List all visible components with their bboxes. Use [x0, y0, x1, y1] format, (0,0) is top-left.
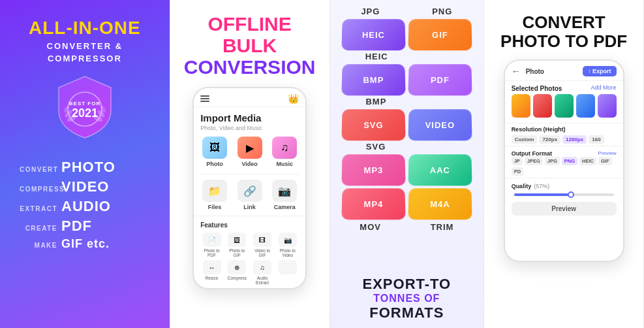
p4-tab-photo[interactable]: Photo [526, 68, 544, 75]
camera-label: Camera [274, 204, 296, 210]
fmt-jp[interactable]: JP [512, 157, 523, 165]
media-icons-row: 🖼 Photo ▶ Video ♫ Music [194, 137, 305, 174]
quality-slider-thumb[interactable] [568, 191, 574, 198]
tile-svg: SVG [341, 109, 405, 140]
features-grid-row1: 📄 Photo to PDF 🖼 Photo to GIF 🎞 Video to… [200, 233, 299, 257]
res-chip-custom[interactable]: Custom [512, 135, 538, 144]
quality-slider-track[interactable] [514, 193, 614, 196]
panel-export-formats: JPG PNG HEIC GIF HEIC BMP PDF BMP SVG VI… [330, 0, 485, 328]
feature-tile-4[interactable]: ↔ Resize [200, 260, 223, 285]
diamond-row1: HEIC GIF [335, 19, 479, 50]
add-more-link[interactable]: Add More [591, 84, 623, 91]
fmt-gif[interactable]: GIF [598, 157, 612, 165]
format-mov: MOV [360, 222, 381, 232]
thumb-4 [576, 94, 595, 118]
feature-row-audio: EXTRACT AUDIO [20, 198, 157, 215]
format-grid-container: JPG PNG HEIC GIF HEIC BMP PDF BMP SVG VI… [335, 7, 479, 271]
panel3-cta: EXPORT-TO TONNES OF FORMATS [363, 276, 452, 321]
panel-all-in-one: ALL-IN-ONE CONVERTER & COMPRESSOR [0, 0, 170, 328]
feature-tile-0[interactable]: 📄 Photo to PDF [200, 233, 223, 257]
feature-tile-2[interactable]: 🎞 Video to GIF [251, 233, 274, 257]
diamond-row4: MP3 AAC [335, 154, 479, 186]
res-chip-720[interactable]: 720px [539, 135, 560, 144]
feature-tile-icon-5: ⊕ [228, 260, 246, 274]
feature-value-photo: PHOTO [61, 159, 115, 176]
feature-label-create: CREATE [20, 225, 57, 232]
import-subtitle: Photo, Video and Music [194, 125, 305, 137]
feature-value-audio: AUDIO [61, 198, 111, 215]
formats-bottom-row: MOV TRIM [335, 222, 479, 232]
fmt-png[interactable]: PNG [562, 157, 577, 165]
subtitle-converter: CONVERTER & [47, 41, 123, 51]
media-item-camera[interactable]: 📷 Camera [272, 180, 297, 210]
diamond-row2: BMP PDF [335, 64, 479, 95]
feature-tile-3[interactable]: 📷 Photo to Video [276, 233, 299, 257]
hamburger-icon[interactable] [200, 95, 209, 102]
link-icon-box: 🔗 [238, 180, 262, 202]
music-icon-box: ♫ [272, 137, 297, 159]
media-item-link[interactable]: 🔗 Link [238, 180, 262, 210]
features-grid-row2: ↔ Resize ⊕ Compress ♫ Audio Extract [200, 260, 299, 285]
title-main: ALL-IN-ONE [29, 18, 141, 38]
media-item-music[interactable]: ♫ Music [272, 137, 297, 167]
quality-label: Quality [512, 183, 532, 189]
feature-tile-icon-0: 📄 [203, 233, 221, 247]
panel-offline-bulk: OFFLINE BULK CONVERSION 👑 Import Media P… [170, 0, 330, 328]
svg-text:2021: 2021 [72, 107, 98, 120]
format-mpg-label: SVG [366, 142, 386, 152]
phone-mockup-2: 👑 Import Media Photo, Video and Music 🖼 … [192, 87, 307, 289]
format-svg-label: BMP [365, 97, 386, 107]
feature-tile-6[interactable]: ♫ Audio Extract [251, 260, 274, 285]
preview-link[interactable]: Preview [598, 150, 616, 156]
feature-tile-label-0: Photo to PDF [200, 248, 223, 257]
p4-title-line2: PHOTO TO PDF [500, 31, 627, 51]
feature-tile-1[interactable]: 🖼 Photo to GIF [226, 233, 249, 257]
fmt-heic[interactable]: HEIC [579, 157, 596, 165]
format-jpg: JPG [361, 7, 380, 16]
music-label: Music [277, 161, 294, 167]
feature-tile-label-4: Resize [206, 276, 219, 280]
photo-icon-box: 🖼 [202, 137, 227, 159]
media-item-video[interactable]: ▶ Video [238, 137, 262, 167]
panel1-subtitle2: COMPRESSOR [48, 54, 122, 63]
feature-tile-label-3: Photo to Video [276, 248, 299, 257]
diamond-row5: MP4 M4A [335, 188, 479, 220]
back-arrow-icon[interactable]: ← [512, 66, 521, 76]
preview-button[interactable]: Preview [512, 202, 617, 216]
panel1-title: ALL-IN-ONE [29, 18, 141, 39]
format-png: PNG [432, 7, 452, 16]
panel1-subtitle: CONVERTER & [47, 41, 123, 51]
feature-row-video: COMPRESS VIDEO [20, 178, 157, 195]
feature-label-make: MAKE [20, 242, 57, 249]
feature-tile-label-6: Audio Extract [251, 276, 274, 285]
phone-mockup-4: ← Photo ↑ Export Selected Photos Add Mor… [504, 59, 624, 262]
feature-tile-5[interactable]: ⊕ Compress [226, 260, 249, 285]
media-item-files[interactable]: 📁 Files [202, 180, 227, 210]
thumb-5 [598, 94, 617, 118]
feature-value-gif: GIF etc. [61, 237, 110, 251]
crown-icon: 👑 [288, 93, 299, 104]
thumb-2 [533, 94, 552, 118]
feature-tile-label-2: Video to GIF [251, 248, 274, 257]
quality-section: Quality (57%) [505, 178, 623, 198]
p4-title-line1: CONVERT [523, 12, 606, 32]
tile-video: VIDEO [408, 109, 472, 140]
res-chip-160[interactable]: 160 [589, 135, 604, 144]
thumb-1 [512, 94, 530, 118]
import-title: Import Media [194, 107, 305, 125]
fmt-jpeg[interactable]: JPEG [525, 157, 543, 165]
conversion-text: CONVERSION [184, 56, 316, 78]
feature-tile-icon-1: 🖼 [228, 233, 246, 247]
fmt-jpg[interactable]: JPG [545, 157, 560, 165]
photo-label: Photo [206, 161, 223, 167]
feature-label-convert: CONVERT [20, 166, 57, 173]
export-button[interactable]: ↑ Export [583, 66, 617, 76]
link-label: Link [243, 204, 256, 210]
output-format-label: Output Format [512, 150, 553, 157]
title-offline: OFFLINE BULK [178, 13, 322, 56]
slider-container [512, 193, 617, 196]
media-item-photo[interactable]: 🖼 Photo [202, 137, 227, 167]
fmt-pd[interactable]: PD [512, 167, 523, 176]
tile-m4a: M4A [408, 188, 472, 220]
res-chip-1280[interactable]: 1280px [562, 135, 587, 144]
